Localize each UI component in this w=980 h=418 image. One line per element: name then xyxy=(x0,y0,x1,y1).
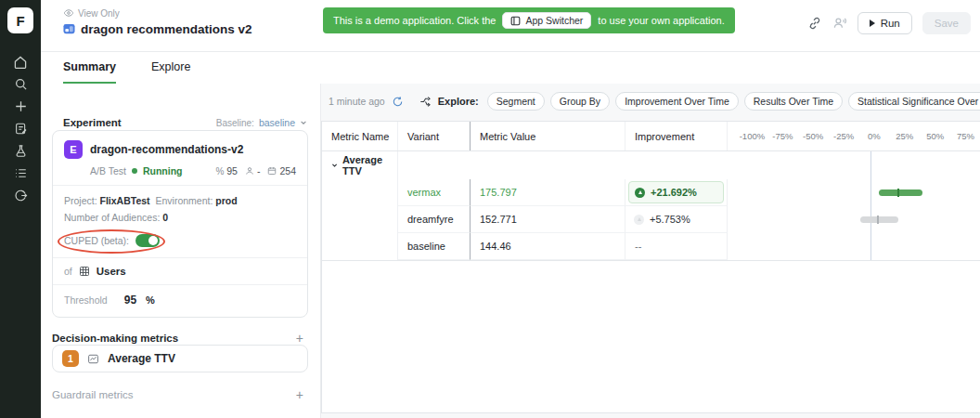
cuped-toggle[interactable] xyxy=(135,234,160,247)
copy-link-button[interactable] xyxy=(807,16,822,31)
explore-icon xyxy=(419,96,432,108)
col-improvement[interactable]: Improvement xyxy=(625,122,728,150)
improvement-cell: +5.753% xyxy=(625,206,728,233)
view-only-badge: View Only xyxy=(63,7,120,19)
axis-tick-label: 25% xyxy=(889,131,920,141)
tab-summary[interactable]: Summary xyxy=(63,60,116,84)
experiment-card: E dragon-recommendations-v2 A/B Test Run… xyxy=(52,130,308,318)
tab-explore[interactable]: Explore xyxy=(151,60,190,84)
metric-index-badge: 1 xyxy=(62,350,79,367)
experiment-heading: Experiment xyxy=(63,117,122,128)
explore-pill-button[interactable]: Group By xyxy=(550,92,610,111)
improvement-cell: +21.692% xyxy=(625,179,728,206)
confidence-interval-bar[interactable] xyxy=(860,216,898,223)
col-variant[interactable]: Variant xyxy=(398,122,471,150)
search-icon[interactable] xyxy=(9,76,32,92)
grid-icon xyxy=(79,266,90,277)
calendar-icon xyxy=(267,166,277,176)
explore-pill-button[interactable]: Results Over Time xyxy=(744,92,843,111)
save-button[interactable]: Save xyxy=(922,12,971,34)
experiment-flag-icon xyxy=(63,23,75,35)
axis-tick-label: -50% xyxy=(798,131,829,141)
metric-group-row[interactable]: Average TTV xyxy=(322,151,398,179)
explore-buttons: SegmentGroup ByImprovement Over TimeResu… xyxy=(487,92,980,111)
app-logo[interactable]: F xyxy=(7,7,33,33)
last-updated: 1 minute ago xyxy=(329,96,385,107)
decision-metric-item[interactable]: 1 Average TTV xyxy=(52,345,308,372)
confidence-interval-bar[interactable] xyxy=(879,189,922,196)
create-icon[interactable] xyxy=(9,98,32,114)
app-switcher-button[interactable]: App Switcher xyxy=(502,12,591,29)
tab-bar: Summary Explore xyxy=(63,60,190,84)
experiment-name[interactable]: dragon-recommendations-v2 xyxy=(90,143,243,156)
improvement-chart-area xyxy=(728,151,980,260)
results-table-body: Average TTV vermax175.797+21.692%dreamfy… xyxy=(322,151,980,261)
audiences-line: Number of Audiences: 0 xyxy=(64,210,296,225)
page-title: dragon recommendations v2 xyxy=(81,22,252,36)
app-sidebar: F xyxy=(0,0,41,418)
run-button[interactable]: Run xyxy=(858,12,912,34)
status-dot-icon xyxy=(132,168,137,174)
variant-cell[interactable]: vermax xyxy=(398,179,471,206)
person-icon xyxy=(245,166,254,176)
metric-chart-icon xyxy=(87,353,99,365)
notes-icon[interactable] xyxy=(9,121,32,137)
play-icon xyxy=(870,20,875,27)
metric-value-cell: 152.771 xyxy=(471,206,625,233)
axis-tick-label: 0% xyxy=(859,131,890,141)
top-header: View Only dragon recommendations v2 This… xyxy=(41,0,980,52)
home-icon[interactable] xyxy=(9,54,32,70)
project-environment-line: Project: FlixABTest Environment: prod xyxy=(64,193,296,208)
experiment-type: A/B Test xyxy=(90,165,126,176)
users-stat: - xyxy=(245,165,261,176)
axis-tick-label: 50% xyxy=(920,131,950,141)
share-users-button[interactable] xyxy=(832,16,847,31)
summary-panel: Summary Explore Experiment Baseline: bas… xyxy=(41,52,320,418)
point-estimate-tick xyxy=(877,216,879,224)
chevron-down-icon xyxy=(331,162,338,169)
improvement-cell: -- xyxy=(625,233,728,260)
experiment-badge: E xyxy=(64,140,83,159)
metric-name: Average TTV xyxy=(108,352,175,365)
explore-label: Explore: xyxy=(438,96,479,107)
exit-icon[interactable] xyxy=(9,188,32,203)
point-estimate-tick xyxy=(897,189,899,197)
traffic-percent-stat: % 95 xyxy=(215,165,238,176)
variant-cell[interactable]: dreamfyre xyxy=(398,206,471,233)
status-badge: Running xyxy=(143,165,183,176)
cuped-label: CUPED (beta): xyxy=(64,235,129,246)
guardrail-metrics-heading: Guardrail metrics xyxy=(52,389,134,400)
chevron-down-icon xyxy=(300,119,307,126)
improvement-arrow-icon xyxy=(634,215,644,225)
metric-value-cell: 175.797 xyxy=(471,179,625,206)
results-panel: 1 minute ago Explore: SegmentGroup ByImp… xyxy=(320,84,980,418)
unit-id[interactable]: Users xyxy=(97,266,126,277)
days-stat: 254 xyxy=(267,165,296,176)
axis-tick-label: -25% xyxy=(829,131,859,141)
variant-cell[interactable]: baseline xyxy=(398,233,471,260)
percent-icon: % xyxy=(215,166,224,176)
axis-tick-label: -100% xyxy=(737,131,767,141)
results-table-header: Metric Name Variant Metric Value Improve… xyxy=(322,122,980,151)
demo-banner: This is a demo application. Click the Ap… xyxy=(323,7,735,33)
refresh-icon[interactable] xyxy=(392,96,404,108)
users-icon xyxy=(832,16,847,31)
col-metric-value[interactable]: Metric Value xyxy=(471,122,625,150)
explore-pill-button[interactable]: Segment xyxy=(487,92,545,111)
eye-icon xyxy=(63,7,74,19)
metric-value-cell: 144.46 xyxy=(471,233,625,260)
threshold-value[interactable]: 95 xyxy=(124,294,136,307)
decision-metrics-heading: Decision-making metrics xyxy=(52,333,178,344)
axis-tick-label: 75% xyxy=(950,131,980,141)
explore-pill-button[interactable]: Improvement Over Time xyxy=(615,92,739,111)
explore-pill-button[interactable]: Statistical Significance Over Time xyxy=(848,92,980,111)
of-label: of xyxy=(64,266,72,277)
list-icon[interactable] xyxy=(9,165,32,181)
experiments-icon[interactable] xyxy=(9,143,32,159)
add-guardrail-metric-button[interactable]: + xyxy=(292,386,307,403)
col-metric-name[interactable]: Metric Name xyxy=(322,122,398,150)
results-table: Metric Name Variant Metric Value Improve… xyxy=(321,121,980,413)
link-icon xyxy=(807,16,822,31)
axis-ticks: -100%-75%-50%-25%0%25%50%75% xyxy=(728,122,980,150)
baseline-dropdown[interactable]: Baseline: baseline xyxy=(216,117,307,128)
